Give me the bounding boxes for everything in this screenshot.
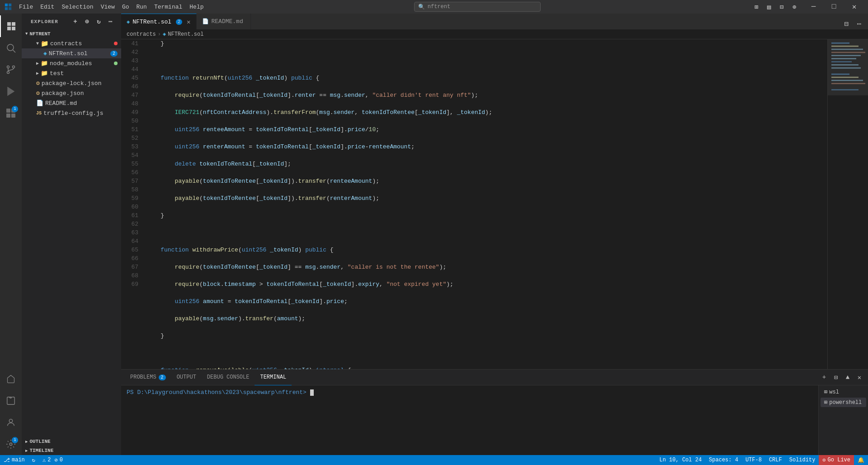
activity-settings[interactable]: 1 bbox=[0, 433, 22, 455]
sidebar-outline-section[interactable]: ▶ OUTLINE bbox=[22, 437, 121, 446]
sidebar-item-contracts[interactable]: ▼ 📁 contracts bbox=[22, 38, 121, 48]
menu-selection[interactable]: Selection bbox=[58, 0, 97, 14]
terminal-cursor bbox=[310, 389, 314, 396]
git-branch-icon: ⎇ bbox=[4, 457, 10, 464]
git-branch-label: main bbox=[12, 457, 25, 463]
sidebar-item-readme[interactable]: 📄 README.md bbox=[22, 98, 121, 108]
terminal-area: PS D:\Playground\hackathons\2023\spacewa… bbox=[121, 385, 868, 455]
terminal-icon-powershell: ⊞ bbox=[824, 399, 827, 406]
contracts-error-badge bbox=[114, 42, 118, 45]
split-editor-button[interactable]: ⊟ bbox=[841, 19, 852, 29]
titlebar: File Edit Selection View Go Run Terminal… bbox=[0, 0, 868, 14]
problems-label: PROBLEMS bbox=[130, 374, 156, 380]
sidebar-collapse[interactable]: ⋯ bbox=[106, 17, 116, 27]
tab-icon-nftrent: ◈ bbox=[127, 19, 130, 25]
indent-status[interactable]: Spaces: 4 bbox=[705, 455, 742, 465]
terminal-tab-wsl[interactable]: ⊞ wsl bbox=[821, 387, 866, 397]
sync-status[interactable]: ↻ bbox=[28, 455, 39, 465]
terminal-split-button[interactable]: ⊟ bbox=[831, 372, 841, 382]
cursor-position-status[interactable]: Ln 10, Col 24 bbox=[656, 455, 705, 465]
breadcrumb-filename[interactable]: NFTRent.sol bbox=[168, 31, 203, 38]
new-terminal-button[interactable]: + bbox=[819, 372, 829, 382]
problems-status[interactable]: ⚠ 2 ⊘ 0 bbox=[39, 455, 66, 465]
panel: PROBLEMS 2 OUTPUT DEBUG CONSOLE TERMINAL… bbox=[121, 369, 868, 455]
window-controls: ─ □ ✕ bbox=[803, 0, 864, 14]
svg-point-6 bbox=[7, 66, 9, 68]
minimap-content bbox=[828, 39, 868, 369]
terminal-tab-powershell[interactable]: ⊞ powershell bbox=[821, 398, 866, 407]
terminal-label: TERMINAL bbox=[260, 374, 286, 380]
sidebar-label-contracts: contracts bbox=[50, 40, 82, 47]
sidebar-new-folder[interactable]: ⊕ bbox=[82, 17, 92, 27]
sidebar-refresh[interactable]: ↻ bbox=[94, 17, 104, 27]
git-branch-status[interactable]: ⎇ main bbox=[0, 455, 28, 465]
encoding-label: UTF-8 bbox=[745, 457, 762, 463]
sidebar-item-package-lock[interactable]: ⚙ package-lock.json bbox=[22, 78, 121, 88]
menu-run[interactable]: Run bbox=[132, 0, 150, 14]
folder-icon-node-modules: 📁 bbox=[41, 60, 48, 67]
layout-btn-2[interactable]: ▤ bbox=[764, 0, 774, 14]
sidebar-item-test[interactable]: ▶ 📁 test bbox=[22, 68, 121, 78]
svg-rect-14 bbox=[11, 114, 15, 118]
folder-icon-test: 📁 bbox=[41, 70, 48, 77]
line-ending-status[interactable]: CRLF bbox=[765, 455, 786, 465]
activity-explorer[interactable] bbox=[0, 15, 22, 37]
svg-point-8 bbox=[13, 66, 15, 68]
sidebar-project-section[interactable]: ▼ NFTRENT bbox=[22, 29, 121, 38]
terminal-content[interactable]: PS D:\Playground\hackathons\2023\spacewa… bbox=[121, 385, 818, 455]
go-live-label: Go Live bbox=[828, 457, 850, 463]
tab-close-nftrent[interactable]: ✕ bbox=[187, 18, 190, 26]
panel-tab-debug-console[interactable]: DEBUG CONSOLE bbox=[202, 370, 255, 385]
app-icon bbox=[4, 2, 13, 11]
terminal-prompt: PS D:\Playground\hackathons\2023\spacewa… bbox=[127, 389, 310, 396]
code-editor[interactable]: 41 42 43 44 45 46 47 48 49 50 51 52 53 5… bbox=[121, 39, 868, 369]
panel-close-button[interactable]: ✕ bbox=[854, 372, 864, 382]
layout-btn-1[interactable]: ⊞ bbox=[751, 0, 762, 14]
activity-remote[interactable] bbox=[0, 368, 22, 390]
go-live-status[interactable]: ⊙ Go Live bbox=[819, 455, 854, 465]
panel-tab-problems[interactable]: PROBLEMS 2 bbox=[125, 370, 171, 385]
menu-go[interactable]: Go bbox=[118, 0, 133, 14]
layout-btn-4[interactable]: ⊕ bbox=[789, 0, 800, 14]
tab-nftrent-sol[interactable]: ◈ NFTRent.sol 2 ✕ bbox=[121, 14, 197, 29]
search-input[interactable]: 🔍 nftrent bbox=[414, 2, 541, 12]
more-actions-button[interactable]: ⋯ bbox=[854, 19, 864, 29]
activity-search[interactable] bbox=[0, 37, 22, 59]
sidebar-item-nftrent-sol[interactable]: ◈ NFTRent.sol 2 bbox=[22, 48, 121, 58]
language-mode-status[interactable]: Solidity bbox=[786, 455, 819, 465]
panel-tab-output[interactable]: OUTPUT bbox=[171, 370, 202, 385]
activity-testing[interactable] bbox=[0, 390, 22, 412]
breadcrumb-contracts[interactable]: contracts bbox=[127, 31, 156, 38]
nftrent-error-count: 2 bbox=[110, 51, 118, 57]
file-icon-package-lock: ⚙ bbox=[36, 80, 40, 87]
notifications-status[interactable]: 🔔 bbox=[854, 455, 868, 465]
sidebar-new-file[interactable]: + bbox=[71, 17, 80, 27]
minimize-button[interactable]: ─ bbox=[803, 0, 824, 14]
minimap[interactable] bbox=[827, 39, 868, 369]
folder-arrow-test: ▶ bbox=[36, 71, 39, 76]
sidebar-item-package-json[interactable]: ⚙ package.json bbox=[22, 88, 121, 98]
maximize-button[interactable]: □ bbox=[824, 0, 844, 14]
close-button[interactable]: ✕ bbox=[844, 0, 864, 14]
encoding-status[interactable]: UTF-8 bbox=[742, 455, 765, 465]
code-content[interactable]: } function returnNft(uint256 _tokenId) p… bbox=[143, 39, 827, 369]
menu-view[interactable]: View bbox=[97, 0, 118, 14]
menu-edit[interactable]: Edit bbox=[37, 0, 58, 14]
menu-help[interactable]: Help bbox=[186, 0, 207, 14]
layout-btn-3[interactable]: ⊟ bbox=[776, 0, 787, 14]
activity-run-debug[interactable] bbox=[0, 81, 22, 102]
panel-maximize-button[interactable]: ▲ bbox=[843, 372, 853, 382]
sidebar-header: EXPLORER + ⊕ ↻ ⋯ bbox=[22, 14, 121, 29]
sidebar-item-node-modules[interactable]: ▶ 📁 node_modules bbox=[22, 58, 121, 68]
sidebar-label-node-modules: node_modules bbox=[50, 60, 92, 67]
tab-readme[interactable]: 📄 README.md bbox=[197, 14, 251, 29]
svg-rect-13 bbox=[6, 114, 10, 118]
menu-file[interactable]: File bbox=[15, 0, 37, 14]
activity-account[interactable] bbox=[0, 412, 22, 433]
activity-source-control[interactable] bbox=[0, 59, 22, 81]
sidebar-item-truffle-config[interactable]: JS truffle-config.js bbox=[22, 108, 121, 118]
panel-tab-terminal[interactable]: TERMINAL bbox=[255, 370, 292, 385]
menu-terminal[interactable]: Terminal bbox=[151, 0, 186, 14]
sidebar-timeline-section[interactable]: ▶ TIMELINE bbox=[22, 446, 121, 455]
activity-extensions[interactable]: 1 bbox=[0, 102, 22, 124]
